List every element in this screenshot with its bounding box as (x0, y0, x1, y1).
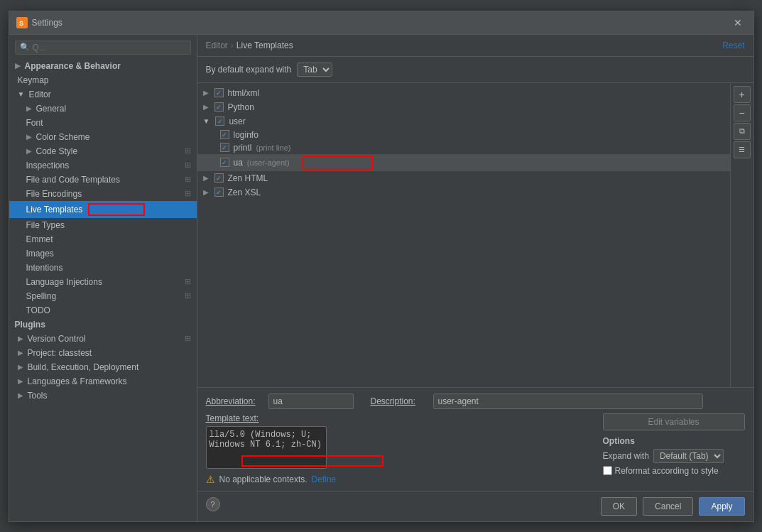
group-checkbox[interactable] (214, 173, 224, 183)
group-checkbox[interactable] (214, 188, 224, 197)
sidebar-item-label: Version Control (28, 334, 86, 344)
template-group-htmlxml[interactable]: ▶ html/xml (197, 86, 730, 100)
group-name: user (229, 116, 245, 126)
item-checkbox[interactable] (220, 143, 229, 152)
sidebar-item-label: Plugins (15, 320, 45, 330)
expand-with-options[interactable]: Default (Tab) (653, 449, 724, 463)
templates-list: ▶ html/xml ▶ Python ▼ user (197, 83, 730, 387)
copy-template-button[interactable]: ⧉ (734, 123, 751, 140)
main-content: 🔍 ▶ Appearance & Behavior Keymap ▼ Edito… (9, 35, 753, 521)
define-link[interactable]: Define (312, 474, 337, 484)
add-template-button[interactable]: + (734, 86, 751, 103)
sidebar-item-label: Color Scheme (36, 132, 90, 142)
sidebar-item-file-templates[interactable]: File and Code Templates ⊞ (9, 173, 197, 187)
edit-variables-button[interactable]: Edit variables (603, 413, 745, 430)
sidebar-item-spelling[interactable]: Spelling ⊞ (9, 289, 197, 303)
item-checkbox[interactable] (220, 158, 229, 167)
more-options-button[interactable]: ☰ (734, 141, 751, 158)
sidebar-item-label: Language Injections (26, 277, 102, 287)
template-group-zen-html[interactable]: ▶ Zen HTML (197, 171, 730, 185)
sidebar-item-label: Images (26, 249, 54, 259)
expand-arrow: ▶ (18, 363, 23, 371)
sidebar-item-file-encodings[interactable]: File Encodings ⊞ (9, 187, 197, 201)
group-checkbox[interactable] (215, 116, 224, 126)
expand-arrow: ▶ (26, 133, 32, 141)
group-checkbox[interactable] (214, 102, 224, 112)
remove-template-button[interactable]: − (734, 104, 751, 121)
sidebar-item-intentions[interactable]: Intentions (9, 261, 197, 275)
sidebar-item-languages[interactable]: ▶ Languages & Frameworks (9, 374, 197, 389)
side-buttons: + − ⧉ ☰ (730, 83, 753, 387)
cancel-button[interactable]: Cancel (643, 497, 693, 516)
reformat-row: Reformat according to style (603, 466, 745, 476)
sidebar-item-label: Spelling (26, 291, 57, 301)
breadcrumb-parent: Editor (206, 40, 228, 50)
sidebar-item-keymap[interactable]: Keymap (9, 73, 197, 87)
template-item-printl[interactable]: printl (print line) (197, 141, 730, 154)
sidebar-item-general[interactable]: ▶ General (9, 102, 197, 116)
sidebar-item-live-templates[interactable]: Live Templates (9, 201, 197, 218)
sidebar-item-emmet[interactable]: Emmet (9, 232, 197, 246)
template-group-zen-xsl[interactable]: ▶ Zen XSL (197, 185, 730, 200)
abbrev-input[interactable] (268, 393, 354, 409)
detail-left: Template text: lla/5.0 (Windows; U; Wind… (206, 413, 594, 485)
sidebar-item-appearance[interactable]: ▶ Appearance & Behavior (9, 59, 197, 73)
template-group-user[interactable]: ▼ user (197, 114, 730, 129)
sidebar-item-tools[interactable]: ▶ Tools (9, 389, 197, 403)
title-bar: S Settings ✕ (9, 11, 753, 35)
expand-with-select[interactable]: Tab (297, 63, 332, 77)
title-bar-left: S Settings (16, 17, 62, 28)
expand-with-label: Expand with (603, 451, 649, 461)
template-item-ua[interactable]: ua (user-agent) (197, 154, 730, 171)
item-name: printl (234, 143, 252, 153)
reset-link[interactable]: Reset (722, 40, 744, 50)
item-checkbox[interactable] (220, 130, 229, 139)
dialog-title: Settings (32, 18, 62, 28)
template-item-loginfo[interactable]: loginfo (197, 129, 730, 141)
sidebar-item-lang-injections[interactable]: Language Injections ⊞ (9, 275, 197, 289)
sidebar-item-label: Intentions (26, 263, 63, 273)
sidebar-item-project[interactable]: ▶ Project: classtest (9, 346, 197, 360)
sidebar-item-label: File Types (26, 220, 65, 230)
search-icon: 🔍 (20, 43, 30, 52)
template-group-python[interactable]: ▶ Python (197, 100, 730, 114)
group-name: Python (228, 102, 254, 112)
sidebar-item-build[interactable]: ▶ Build, Execution, Deployment (9, 360, 197, 374)
sidebar-item-color-scheme[interactable]: ▶ Color Scheme (9, 130, 197, 144)
sidebar-item-inspections[interactable]: Inspections ⊞ (9, 158, 197, 173)
badge-icon: ⊞ (185, 175, 191, 184)
sidebar-item-label: Emmet (26, 234, 53, 244)
expand-arrow: ▶ (26, 147, 32, 155)
badge-icon: ⊞ (185, 334, 191, 343)
sidebar-item-label: TODO (26, 305, 50, 315)
red-outline-sidebar (88, 203, 145, 216)
sidebar-item-label: Keymap (18, 75, 49, 85)
app-icon: S (16, 17, 28, 28)
group-name: html/xml (228, 88, 260, 98)
sidebar-item-version-control[interactable]: ▶ Version Control ⊞ (9, 332, 197, 346)
sidebar-item-font[interactable]: Font (9, 116, 197, 130)
sidebar-item-label: Editor (28, 89, 50, 99)
item-name: loginfo (234, 130, 258, 140)
sidebar-item-images[interactable]: Images (9, 246, 197, 261)
sidebar-item-todo[interactable]: TODO (9, 303, 197, 317)
expand-arrow: ▼ (18, 90, 25, 98)
ok-button[interactable]: OK (601, 497, 637, 516)
sidebar-item-file-types[interactable]: File Types (9, 218, 197, 232)
search-input[interactable] (33, 43, 186, 53)
desc-label: Description: (371, 396, 428, 406)
close-button[interactable]: ✕ (729, 16, 746, 30)
desc-input[interactable] (433, 393, 703, 409)
abbrev-label: Abbreviation: (206, 396, 263, 406)
group-checkbox[interactable] (214, 88, 224, 97)
apply-button[interactable]: Apply (699, 497, 744, 516)
sidebar-item-editor[interactable]: ▼ Editor (9, 87, 197, 102)
sidebar-item-label: File Encodings (26, 189, 82, 199)
help-button[interactable]: ? (206, 497, 220, 511)
expand-arrow: ▶ (203, 174, 209, 182)
badge-icon: ⊞ (185, 189, 191, 198)
expand-arrow: ▶ (15, 62, 21, 70)
sidebar-item-plugins[interactable]: Plugins (9, 317, 197, 332)
reformat-checkbox[interactable] (603, 466, 612, 475)
sidebar-item-code-style[interactable]: ▶ Code Style ⊞ (9, 144, 197, 158)
